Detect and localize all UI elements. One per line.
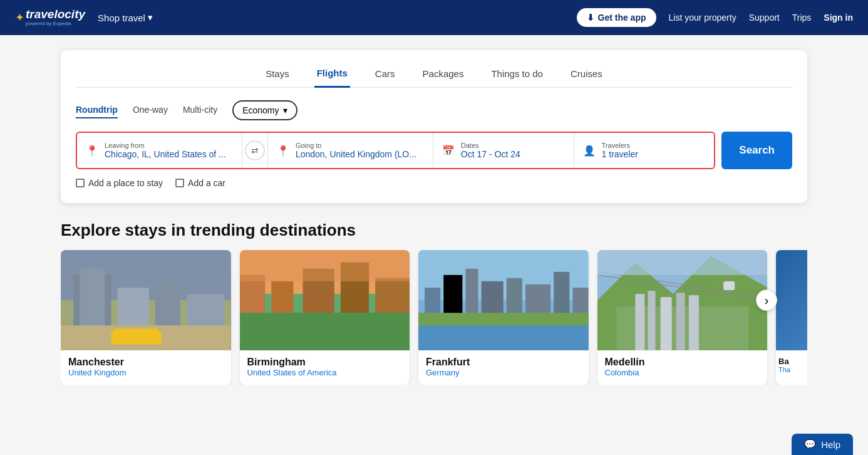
tab-packages[interactable]: Packages [420,63,467,88]
leaving-from-label: Leaving from [105,142,226,149]
tab-flights[interactable]: Flights [314,63,350,88]
destinations-row: Manchester United Kingdom [61,250,807,385]
next-icon: › [765,293,769,308]
dest-name-medellin: Medellín [605,357,760,368]
person-icon: 👤 [583,145,596,157]
dates-field[interactable]: 📅 Dates Oct 17 - Oct 24 [433,133,574,168]
tab-things-to-do[interactable]: Things to do [488,63,545,88]
trips-button[interactable]: Trips [792,13,812,23]
trip-type-row: Roundtrip One-way Multi-city Economy ▾ [76,100,792,120]
medellin-image [597,250,768,350]
going-to-field[interactable]: 📍 Going to London, United Kingdom (LO... [268,133,433,168]
dest-country-frankfurt: Germany [426,368,581,377]
dest-name-manchester: Manchester [68,357,224,368]
manchester-image [61,250,231,350]
going-to-value: London, United Kingdom (LO... [296,149,416,159]
cabin-chevron-icon: ▾ [283,105,287,115]
dest-country-manchester: United Kingdom [68,368,224,377]
svg-rect-42 [597,250,768,275]
calendar-icon: 📅 [442,145,455,157]
search-card: Stays Flights Cars Packages Things to do… [61,50,807,203]
leaving-from-value: Chicago, IL, United States of ... [105,149,226,159]
dest-country-birmingham: United States of America [247,368,403,377]
swap-button[interactable]: ⇄ [245,140,265,160]
destination-card-medellin[interactable]: Medellín Colombia [597,250,768,385]
logo-subtext: powered by Expedia [26,21,85,27]
add-stay-label: Add a place to stay [88,178,163,188]
tab-cars[interactable]: Cars [373,63,398,88]
add-stay-checkbox[interactable]: Add a place to stay [76,178,163,188]
list-property-label: List your property [669,13,736,23]
leaving-from-field[interactable]: 📍 Leaving from Chicago, IL, United State… [77,133,242,168]
travelers-value: 1 traveler [602,149,638,159]
add-car-checkbox[interactable]: Add a car [175,178,225,188]
add-stay-checkbox-box [76,179,85,187]
next-button[interactable]: › [756,290,777,311]
destination-card-manchester[interactable]: Manchester United Kingdom [61,250,231,385]
shop-travel-chevron-icon: ▾ [148,12,153,23]
tab-bar: Stays Flights Cars Packages Things to do… [76,63,792,88]
cabin-class-select[interactable]: Economy ▾ [232,100,297,120]
destination-card-frankfurt[interactable]: Frankfurt Germany [418,250,589,385]
get-app-button[interactable]: ⬇ Get the app [577,8,656,27]
svg-rect-9 [114,328,158,336]
download-icon: ⬇ [587,13,594,23]
destination-pin-icon: 📍 [277,145,289,157]
logo[interactable]: ✦ travelocity powered by Expedia [15,8,85,27]
cabin-class-label: Economy [242,105,279,115]
dates-value: Oct 17 - Oct 24 [461,149,520,159]
svg-rect-17 [240,313,410,350]
logo-star-icon: ✦ [15,11,24,24]
search-button-label: Search [739,144,775,156]
tab-cruises[interactable]: Cruises [568,63,605,88]
svg-rect-36 [660,297,671,350]
tab-stays[interactable]: Stays [263,63,292,88]
support-button[interactable]: Support [749,13,780,23]
dates-label: Dates [461,142,520,149]
location-pin-icon: 📍 [86,145,98,157]
dest-country-medellin: Colombia [605,368,760,377]
svg-rect-41 [723,281,735,290]
add-car-checkbox-box [175,179,184,187]
shop-travel-label: Shop travel [98,13,145,23]
svg-rect-18 [240,250,410,281]
birmingham-image [240,250,410,350]
travelers-label: Travelers [602,142,638,149]
svg-rect-30 [418,313,589,325]
add-options-row: Add a place to stay Add a car [76,178,792,188]
svg-rect-38 [688,295,698,350]
destinations-container: Manchester United Kingdom [61,250,807,385]
frankfurt-image [418,250,589,350]
svg-rect-37 [676,293,685,350]
trips-label: Trips [792,13,812,23]
header: ✦ travelocity powered by Expedia Shop tr… [0,0,868,35]
one-way-button[interactable]: One-way [133,102,168,118]
get-app-label: Get the app [598,13,646,23]
going-to-label: Going to [296,142,416,149]
svg-rect-35 [648,291,655,350]
add-car-label: Add a car [188,178,225,188]
shop-travel-button[interactable]: Shop travel ▾ [98,12,153,23]
swap-icon: ⇄ [251,145,259,155]
list-property-button[interactable]: List your property [669,13,736,23]
dest-name-birmingham: Birmingham [247,357,403,368]
roundtrip-button[interactable]: Roundtrip [76,102,118,118]
sign-in-button[interactable]: Sign in [824,13,853,23]
section-title: Explore stays in trending destinations [61,221,807,240]
destination-card-partial: Ba Tha [776,250,807,385]
dest-name-frankfurt: Frankfurt [426,357,581,368]
svg-rect-34 [635,294,644,350]
destination-card-birmingham[interactable]: Birmingham United States of America [240,250,410,385]
travelers-field[interactable]: 👤 Travelers 1 traveler [574,133,715,168]
search-fields: 📍 Leaving from Chicago, IL, United State… [76,132,715,169]
search-button[interactable]: Search [721,132,792,169]
multi-city-button[interactable]: Multi-city [183,102,217,118]
support-label: Support [749,13,780,23]
sign-in-label: Sign in [824,13,853,23]
logo-text: travelocity [26,8,85,21]
